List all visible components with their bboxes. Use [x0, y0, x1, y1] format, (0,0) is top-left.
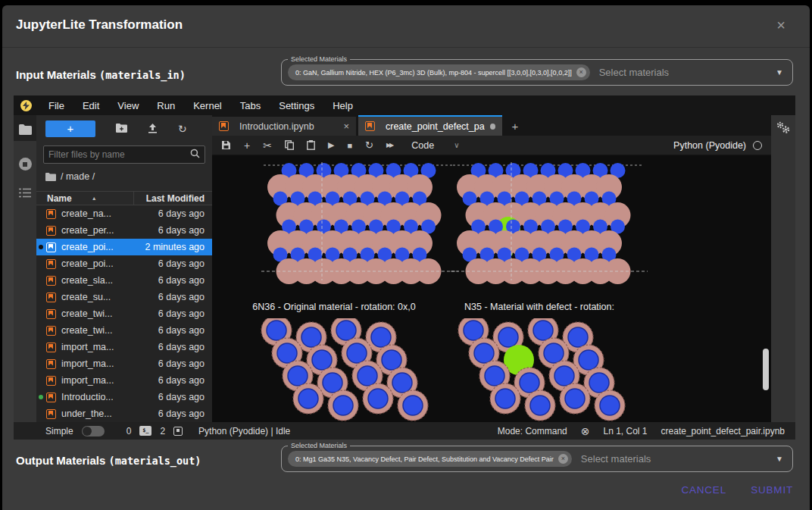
- upload-icon[interactable]: [148, 124, 158, 135]
- cancel-button[interactable]: CANCEL: [681, 484, 726, 496]
- cut-cells-icon[interactable]: ✂: [263, 139, 272, 152]
- menu-run[interactable]: Run: [148, 100, 184, 111]
- kernel-count[interactable]: 2: [160, 426, 165, 436]
- breadcrumb[interactable]: / made /: [45, 171, 95, 182]
- dot-spacer: [39, 378, 43, 383]
- dot-spacer: [39, 411, 43, 416]
- new-launcher-button[interactable]: +: [45, 120, 95, 137]
- file-row[interactable]: create_per...6 days ago: [36, 222, 212, 239]
- notebook-scrollbar[interactable]: [763, 349, 769, 390]
- stop-kernel-icon[interactable]: ■: [347, 141, 352, 150]
- restart-kernel-icon[interactable]: ↻: [365, 139, 373, 151]
- close-icon[interactable]: ×: [776, 17, 785, 34]
- trust-shield-icon[interactable]: ⊗: [581, 425, 590, 437]
- input-materials-select[interactable]: Selected Materials 0: GaN, Gallium Nitri…: [281, 55, 793, 86]
- cursor-position[interactable]: Ln 1, Col 1: [604, 426, 648, 436]
- file-row[interactable]: import_ma...6 days ago: [36, 339, 212, 355]
- table-of-contents-icon[interactable]: [19, 187, 31, 201]
- output-select-placeholder[interactable]: Select materials: [581, 453, 767, 465]
- new-tab-button[interactable]: +: [504, 117, 526, 136]
- kernel-status-icon[interactable]: [753, 141, 762, 150]
- menu-bar: FileEditViewRunKernelTabsSettingsHelp: [14, 95, 795, 115]
- chip-remove-icon[interactable]: ×: [558, 454, 568, 464]
- submit-button[interactable]: SUBMIT: [751, 484, 793, 496]
- menu-settings[interactable]: Settings: [270, 100, 323, 111]
- file-name: create_twi...: [61, 325, 136, 336]
- output-materials-code: (materials_out): [109, 455, 201, 467]
- menu-file[interactable]: File: [39, 100, 73, 111]
- notebook-icon: [46, 376, 56, 386]
- file-row[interactable]: create_poi...6 days ago: [36, 255, 212, 272]
- unsaved-changes-dot: [490, 124, 495, 130]
- file-row[interactable]: import_ma...6 days ago: [36, 355, 212, 372]
- output-materials-label: Output Materials (materials_out): [16, 454, 201, 467]
- notebook-toolbar: + ✂ ▶ ■ ↻ ▶▶ Code ∨: [212, 136, 771, 155]
- close-tab-icon[interactable]: ×: [343, 120, 349, 132]
- file-modified: 6 days ago: [136, 308, 212, 319]
- kernel-state[interactable]: Python (Pyodide) | Idle: [198, 426, 290, 436]
- save-icon[interactable]: [221, 140, 231, 150]
- refresh-icon[interactable]: ↻: [178, 124, 187, 134]
- filter-files-input[interactable]: [48, 149, 190, 160]
- file-row[interactable]: Introductio...6 days ago: [36, 389, 212, 405]
- output-chip-label: 0: Mg1 Ga35 N35, Vacancy Defect, Pair De…: [295, 455, 554, 463]
- paste-cells-icon[interactable]: [307, 140, 315, 150]
- new-folder-icon[interactable]: [116, 124, 127, 134]
- menu-edit[interactable]: Edit: [73, 100, 108, 111]
- filter-files-box[interactable]: [43, 145, 205, 164]
- menu-kernel[interactable]: Kernel: [184, 100, 231, 111]
- run-cell-icon[interactable]: ▶: [328, 140, 334, 150]
- right-sidebar: [771, 115, 795, 422]
- file-browser-icon[interactable]: [14, 115, 36, 141]
- menu-help[interactable]: Help: [323, 100, 362, 111]
- breadcrumb-path[interactable]: / made /: [61, 171, 95, 182]
- kernel-name[interactable]: Python (Pyodide): [673, 140, 746, 151]
- column-name[interactable]: Name▲: [36, 193, 133, 204]
- tab-create-point-defect-pair[interactable]: create_point_defect_pair.ip: [358, 115, 502, 136]
- tab-introduction[interactable]: Introduction.ipynb ×: [212, 117, 356, 136]
- jupyterlite-logo-icon[interactable]: [20, 100, 32, 111]
- menu-tabs[interactable]: Tabs: [231, 100, 270, 111]
- input-material-chip[interactable]: 0: GaN, Gallium Nitride, HEX (P6_3mc) 3D…: [288, 64, 590, 80]
- file-name: under_the...: [61, 408, 136, 419]
- home-folder-icon: [45, 173, 56, 181]
- tab-bar: Introduction.ipynb × create_point_defect…: [212, 115, 771, 136]
- simple-mode-toggle[interactable]: [82, 426, 105, 436]
- input-select-placeholder[interactable]: Select materials: [599, 67, 767, 78]
- restart-run-all-icon[interactable]: ▶▶: [386, 142, 392, 149]
- cell-type-dropdown[interactable]: Code ∨: [411, 140, 459, 151]
- file-row[interactable]: create_twi...6 days ago: [36, 305, 212, 322]
- terminal-icon: $_: [139, 426, 151, 436]
- file-row[interactable]: create_sla...6 days ago: [36, 272, 212, 289]
- file-row[interactable]: create_twi...6 days ago: [36, 322, 212, 339]
- file-browser-toolbar: + ↻: [36, 120, 212, 138]
- copy-cells-icon[interactable]: [285, 140, 294, 150]
- file-row[interactable]: under_the...6 days ago: [36, 405, 212, 422]
- running-sessions-icon[interactable]: [19, 158, 32, 171]
- file-modified: 6 days ago: [136, 408, 212, 419]
- dot-spacer: [39, 311, 43, 316]
- file-name: import_ma...: [61, 358, 136, 369]
- chip-remove-icon[interactable]: ×: [576, 67, 586, 77]
- file-name: create_twi...: [61, 308, 136, 319]
- chevron-down-icon[interactable]: ▼: [776, 68, 783, 77]
- file-row[interactable]: create_poi...2 minutes ago: [36, 239, 212, 255]
- notebook-icon: [46, 259, 56, 269]
- menu-view[interactable]: View: [108, 100, 148, 111]
- column-last-modified[interactable]: Last Modified: [133, 192, 212, 205]
- property-inspector-icon[interactable]: [776, 121, 790, 137]
- command-mode-indicator[interactable]: Mode: Command: [498, 426, 567, 436]
- file-row[interactable]: create_na...6 days ago: [36, 205, 212, 222]
- add-cell-icon[interactable]: +: [244, 139, 250, 152]
- cell-type-value: Code: [411, 140, 434, 151]
- input-materials-label-text: Input Materials: [16, 68, 99, 81]
- file-modified: 6 days ago: [136, 208, 212, 219]
- notebook-icon: [46, 293, 56, 302]
- chevron-down-icon[interactable]: ▼: [776, 455, 783, 463]
- terminal-count[interactable]: 0: [126, 426, 132, 436]
- file-row[interactable]: create_su...6 days ago: [36, 289, 212, 305]
- file-list-header: Name▲ Last Modified: [36, 191, 212, 205]
- output-material-chip[interactable]: 0: Mg1 Ga35 N35, Vacancy Defect, Pair De…: [288, 451, 572, 467]
- output-materials-select[interactable]: Selected Materials 0: Mg1 Ga35 N35, Vaca…: [281, 442, 793, 472]
- file-row[interactable]: import_ma...6 days ago: [36, 372, 212, 389]
